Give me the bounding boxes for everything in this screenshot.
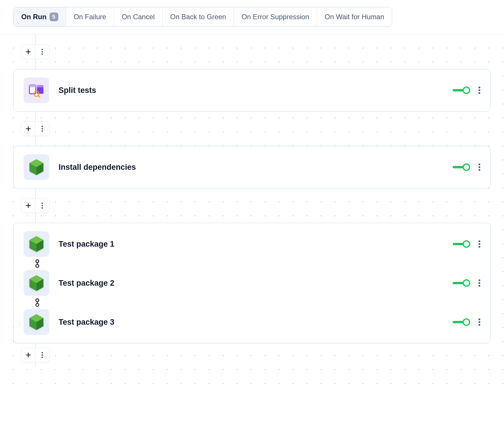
step-more-button[interactable] xyxy=(478,240,480,248)
svg-point-23 xyxy=(479,166,480,168)
tab-label: On Run xyxy=(21,13,47,21)
tab-on-error-suppression[interactable]: On Error Suppression xyxy=(234,7,317,27)
kebab-icon xyxy=(41,202,43,209)
connector xyxy=(13,35,491,69)
kebab-icon xyxy=(41,352,43,358)
step-title: Test package 1 xyxy=(59,240,443,249)
step-card-install-dependencies[interactable]: Install dependencies xyxy=(13,146,491,188)
kebab-icon xyxy=(478,240,480,248)
step-row: Install dependencies xyxy=(24,154,480,180)
connector xyxy=(13,188,491,223)
svg-point-51 xyxy=(479,319,480,320)
split-tests-icon xyxy=(24,77,49,103)
node-icon xyxy=(29,158,44,176)
svg-point-13 xyxy=(479,92,480,94)
svg-point-22 xyxy=(479,164,480,165)
svg-point-46 xyxy=(36,303,39,306)
node-icon xyxy=(29,235,44,253)
tab-on-failure[interactable]: On Failure xyxy=(66,7,114,27)
toggle-knob xyxy=(463,163,470,171)
step-card-parallel-group[interactable]: Test package 1 xyxy=(13,223,491,343)
step-more-button[interactable] xyxy=(478,86,480,94)
step-title: Test package 3 xyxy=(59,318,443,327)
step-more-button[interactable] xyxy=(478,279,480,287)
step-enabled-toggle[interactable] xyxy=(453,318,470,326)
add-step-more-button[interactable] xyxy=(35,45,49,59)
tab-label: On Cancel xyxy=(122,13,155,21)
step-title: Split tests xyxy=(59,86,443,95)
svg-point-27 xyxy=(42,203,43,204)
svg-line-10 xyxy=(38,96,40,97)
svg-point-24 xyxy=(479,169,480,171)
svg-point-44 xyxy=(479,285,480,287)
tab-on-cancel[interactable]: On Cancel xyxy=(114,7,163,27)
step-actions xyxy=(453,318,480,326)
svg-point-29 xyxy=(42,207,43,209)
step-row: Test package 3 xyxy=(24,309,480,335)
node-icon-box xyxy=(24,309,49,335)
kebab-icon xyxy=(478,163,480,171)
add-step-more-button[interactable] xyxy=(35,122,49,136)
node-icon xyxy=(29,313,44,331)
svg-point-58 xyxy=(42,357,43,358)
svg-point-52 xyxy=(479,321,480,323)
svg-point-57 xyxy=(42,354,43,356)
tab-on-run[interactable]: On Run 5 xyxy=(14,7,66,27)
add-step-control xyxy=(21,121,50,136)
svg-point-3 xyxy=(42,51,43,53)
kebab-icon xyxy=(478,86,480,94)
plus-icon xyxy=(25,203,31,209)
step-enabled-toggle[interactable] xyxy=(453,163,470,171)
add-step-button[interactable] xyxy=(21,122,35,136)
tab-label: On Failure xyxy=(74,13,106,21)
add-step-control xyxy=(21,348,50,362)
step-row: Test package 1 xyxy=(24,231,480,257)
pipeline-canvas[interactable]: Split tests xyxy=(0,35,504,384)
toggle-knob xyxy=(463,86,470,94)
node-icon-box xyxy=(24,231,49,257)
svg-point-2 xyxy=(42,49,43,50)
add-step-more-button[interactable] xyxy=(35,199,49,213)
chain-connector xyxy=(24,296,480,309)
kebab-icon xyxy=(478,279,480,287)
svg-point-33 xyxy=(479,241,480,242)
svg-point-45 xyxy=(36,299,39,302)
step-more-button[interactable] xyxy=(478,318,480,326)
tab-on-wait-for-human[interactable]: On Wait for Human xyxy=(317,7,392,27)
step-row: Split tests xyxy=(24,77,480,103)
step-enabled-toggle[interactable] xyxy=(453,86,470,94)
step-title: Install dependencies xyxy=(59,163,443,172)
step-actions xyxy=(453,163,480,171)
step-more-button[interactable] xyxy=(478,163,480,171)
svg-point-17 xyxy=(42,128,43,130)
add-step-more-button[interactable] xyxy=(35,348,49,362)
step-row: Test package 2 xyxy=(24,270,480,296)
add-step-button[interactable] xyxy=(21,199,35,213)
trigger-tab-strip: On Run 5 On Failure On Cancel On Back to… xyxy=(13,7,392,27)
tab-label: On Error Suppression xyxy=(242,13,309,21)
step-actions xyxy=(453,240,480,248)
step-actions xyxy=(453,86,480,94)
toggle-knob xyxy=(463,318,470,326)
link-icon xyxy=(35,298,39,307)
svg-point-36 xyxy=(36,260,39,263)
add-step-button[interactable] xyxy=(21,348,35,362)
svg-point-16 xyxy=(42,126,43,127)
step-enabled-toggle[interactable] xyxy=(453,240,470,248)
toggle-knob xyxy=(463,240,470,248)
svg-point-18 xyxy=(42,130,43,132)
link-icon xyxy=(35,259,39,268)
svg-point-56 xyxy=(42,352,43,354)
add-step-button[interactable] xyxy=(21,45,35,59)
kebab-icon xyxy=(478,318,480,326)
pipeline-editor: On Run 5 On Failure On Cancel On Back to… xyxy=(0,0,504,384)
step-title: Test package 2 xyxy=(59,279,443,288)
node-icon-box xyxy=(24,154,49,180)
step-card-split-tests[interactable]: Split tests xyxy=(13,69,491,112)
step-enabled-toggle[interactable] xyxy=(453,279,470,287)
svg-point-53 xyxy=(479,324,480,326)
add-step-control xyxy=(21,45,50,59)
tab-on-back-to-green[interactable]: On Back to Green xyxy=(163,7,234,27)
plus-icon xyxy=(25,49,31,55)
svg-point-43 xyxy=(479,282,480,284)
